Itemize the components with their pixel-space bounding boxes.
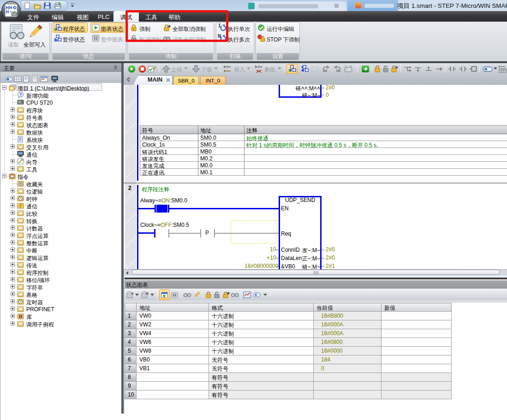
svg-text:?: ? [19, 92, 22, 97]
